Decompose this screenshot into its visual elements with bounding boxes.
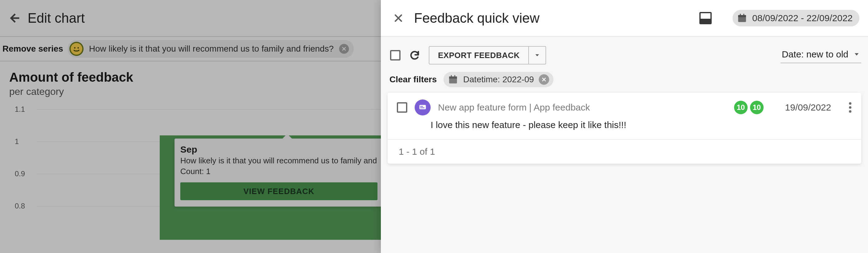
feedback-date: 19/09/2022 (785, 102, 831, 113)
date-range-text: 08/09/2022 - 22/09/2022 (752, 13, 852, 23)
back-arrow-icon[interactable] (8, 12, 20, 24)
remove-filter-icon[interactable] (539, 74, 549, 85)
series-chip-label: How likely is it that you will recommend… (89, 44, 334, 54)
svg-rect-12 (420, 106, 423, 106)
score-badges: 10 10 (734, 101, 764, 114)
svg-rect-4 (738, 15, 746, 17)
y-tick: 1 (15, 137, 19, 146)
filter-chip-text: Datetime: 2022-09 (463, 74, 534, 85)
y-tick: 1.1 (15, 105, 25, 114)
calendar-icon (737, 13, 747, 23)
calendar-icon (448, 74, 458, 85)
inbox-icon[interactable] (700, 12, 712, 24)
y-tick: 0.8 (15, 202, 25, 210)
source-avatar-icon (415, 99, 431, 116)
svg-point-0 (71, 44, 82, 54)
row-checkbox[interactable] (397, 102, 407, 113)
series-chip[interactable]: How likely is it that you will recommend… (68, 40, 354, 58)
chart-title: Amount of feedback (9, 70, 372, 85)
close-icon[interactable] (393, 13, 404, 23)
svg-rect-8 (449, 76, 457, 78)
view-feedback-button[interactable]: VIEW FEEDBACK (180, 182, 377, 200)
tooltip-question: How likely is it that you will recommend… (180, 156, 377, 165)
tooltip-month: Sep (180, 144, 377, 155)
page-title: Edit chart (28, 10, 85, 26)
chart-editor-backdrop: Edit chart Remove series How likely is i… (0, 0, 381, 253)
export-feedback-button[interactable]: EXPORT FEEDBACK (429, 46, 546, 64)
refresh-icon[interactable] (409, 50, 420, 61)
tooltip-count: Count: 1 (180, 167, 377, 176)
svg-rect-13 (420, 107, 425, 108)
more-menu-icon[interactable] (847, 100, 853, 115)
chart-subtitle: per category (9, 86, 372, 97)
y-tick: 0.9 (15, 169, 25, 178)
remove-chip-icon[interactable] (339, 44, 349, 54)
filter-chip-datetime[interactable]: Datetime: 2022-09 (443, 72, 554, 87)
sort-select[interactable]: Date: new to old (780, 47, 861, 63)
svg-rect-9 (451, 75, 452, 77)
svg-point-2 (78, 47, 79, 49)
feedback-text: I love this new feature - please keep it… (388, 119, 861, 139)
sort-label: Date: new to old (782, 49, 848, 60)
score-badge: 10 (734, 101, 748, 114)
chevron-down-icon (853, 51, 860, 58)
score-badge: 10 (750, 101, 764, 114)
export-dropdown-icon[interactable] (528, 47, 546, 64)
select-all-checkbox[interactable] (390, 50, 401, 61)
svg-rect-5 (740, 14, 741, 16)
svg-rect-6 (743, 14, 744, 16)
clear-filters-button[interactable]: Clear filters (390, 74, 437, 85)
drawer-title: Feedback quick view (414, 10, 539, 26)
remove-series-label: Remove series (2, 44, 63, 54)
chart-area: 1.1 1 0.9 0.8 Sep How likely is it that … (0, 105, 381, 240)
svg-rect-11 (420, 105, 426, 109)
svg-rect-10 (454, 75, 455, 77)
feedback-card: New app feature form | App feedback 10 1… (388, 93, 861, 164)
feedback-source: New app feature form | App feedback (438, 102, 590, 113)
feedback-drawer: Feedback quick view 08/09/2022 - 22/09/2… (381, 0, 868, 253)
svg-point-1 (74, 47, 75, 49)
chart-tooltip: Sep How likely is it that you will recom… (175, 138, 383, 207)
date-range-pill[interactable]: 08/09/2022 - 22/09/2022 (733, 10, 859, 26)
smiley-icon (69, 42, 84, 56)
pagination-text: 1 - 1 of 1 (388, 139, 861, 164)
export-label: EXPORT FEEDBACK (429, 47, 528, 64)
